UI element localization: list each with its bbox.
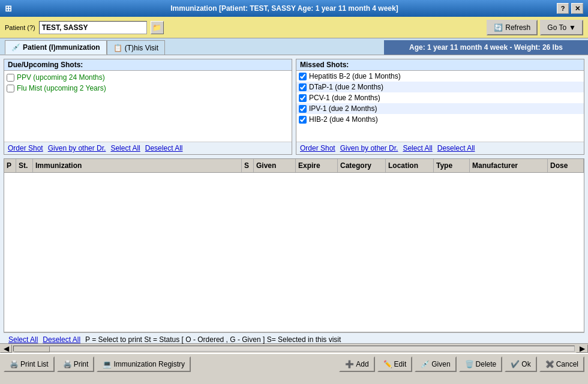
- patient-field[interactable]: [39, 21, 147, 34]
- tab-this-visit[interactable]: 📋 (T)his Visit: [107, 40, 165, 55]
- due-select-all-link[interactable]: Select All: [110, 144, 140, 152]
- due-deselect-all-link[interactable]: Deselect All: [145, 144, 183, 152]
- folder-icon: 📁: [152, 23, 161, 32]
- col-header-type: Type: [434, 159, 470, 172]
- ok-button[interactable]: ✔️ Ok: [505, 356, 536, 372]
- tabs-row: 💉 Patient (I)mmunization 📋 (T)his Visit …: [0, 38, 588, 55]
- missed-shot-checkbox-0[interactable]: [299, 73, 307, 80]
- missed-order-shot-link[interactable]: Order Shot: [300, 144, 335, 152]
- due-shots-panel: Due/Upcoming Shots: PPV (upcoming 24 Mon…: [4, 59, 292, 155]
- missed-shot-checkbox-2[interactable]: [299, 94, 307, 102]
- missed-select-all-link[interactable]: Select All: [403, 144, 432, 152]
- due-shot-checkbox-1[interactable]: [7, 85, 14, 92]
- close-button[interactable]: ✕: [571, 3, 583, 14]
- col-header-manufacturer: Manufacturer: [470, 159, 548, 172]
- col-header-immunization: Immunization: [33, 159, 242, 172]
- goto-button[interactable]: Go To ▼: [540, 20, 583, 35]
- delete-icon: 🗑️: [465, 360, 474, 368]
- missed-shots-footer: Order Shot Given by other Dr. Select All…: [296, 142, 584, 154]
- legend-select-all-link[interactable]: Select All: [8, 335, 38, 344]
- table-body[interactable]: [4, 173, 584, 323]
- given-icon: 💉: [421, 360, 430, 368]
- due-order-shot-link[interactable]: Order Shot: [8, 144, 43, 152]
- refresh-button[interactable]: 🔄 Refresh: [487, 20, 538, 35]
- add-button[interactable]: ➕ Add: [339, 356, 374, 372]
- title-bar: ⊞ Immunization [Patient: TEST, SASSY Age…: [0, 0, 588, 17]
- col-header-category: Category: [338, 159, 386, 172]
- missed-given-other-link[interactable]: Given by other Dr.: [340, 144, 398, 152]
- legend-text: P = Select to print St = Status [ O - Or…: [85, 335, 341, 344]
- footer: 🖨️ Print List 🖨️ Print 💻 Immunization Re…: [0, 353, 588, 374]
- due-given-other-link[interactable]: Given by other Dr.: [48, 144, 106, 152]
- col-header-expire: Expire: [296, 159, 338, 172]
- ok-icon: ✔️: [511, 360, 520, 368]
- scroll-right-button[interactable]: ▶: [576, 344, 588, 353]
- table-header-row: P St. Immunization S Given Expire Catego…: [4, 159, 584, 173]
- patient-label: Patient (?): [5, 24, 35, 31]
- scroll-thumb[interactable]: [14, 346, 50, 352]
- horizontal-scrollbar[interactable]: ◀ ▶: [0, 343, 588, 353]
- missed-shots-panel: Missed Shots: Hepatitis B-2 (due 1 Month…: [296, 59, 584, 155]
- print-list-button[interactable]: 🖨️ Print List: [4, 356, 55, 372]
- immunization-registry-button[interactable]: 💻 Immunization Registry: [97, 356, 191, 372]
- tab-patient-immunization[interactable]: 💉 Patient (I)mmunization: [5, 40, 107, 55]
- due-shot-item: PPV (upcoming 24 Months): [7, 72, 289, 83]
- missed-deselect-all-link[interactable]: Deselect All: [437, 144, 475, 152]
- missed-shot-item-0: Hepatitis B-2 (due 1 Months): [296, 71, 584, 82]
- missed-shots-list[interactable]: Hepatitis B-2 (due 1 Months) DTaP-1 (due…: [296, 71, 584, 142]
- edit-icon: ✏️: [383, 360, 392, 368]
- print-button[interactable]: 🖨️ Print: [57, 356, 95, 372]
- toolbar: Patient (?) 📁 🔄 Refresh Go To ▼: [0, 17, 588, 38]
- app-icon: ⊞: [5, 4, 12, 13]
- print-list-icon: 🖨️: [10, 360, 19, 368]
- add-icon: ➕: [345, 360, 354, 368]
- due-shots-footer: Order Shot Given by other Dr. Select All…: [4, 142, 292, 154]
- immunization-table: P St. Immunization S Given Expire Catego…: [4, 158, 584, 332]
- main-content: Due/Upcoming Shots: PPV (upcoming 24 Mon…: [0, 55, 588, 343]
- tab-icon-immunization: 💉: [11, 43, 20, 52]
- missed-shot-item-4: HIB-2 (due 4 Months): [296, 114, 584, 125]
- missed-shot-checkbox-1[interactable]: [299, 83, 307, 91]
- due-shot-item: Flu Mist (upcoming 2 Years): [7, 83, 289, 94]
- dropdown-arrow-icon: ▼: [569, 23, 576, 32]
- col-header-given: Given: [254, 159, 296, 172]
- title-text: Immunization [Patient: TEST, SASSY Age: …: [170, 4, 398, 13]
- col-header-location: Location: [386, 159, 434, 172]
- missed-shot-item-1: DTaP-1 (due 2 Months): [296, 82, 584, 92]
- shots-row: Due/Upcoming Shots: PPV (upcoming 24 Mon…: [4, 59, 584, 155]
- due-shot-checkbox-0[interactable]: [7, 74, 14, 82]
- missed-shot-checkbox-3[interactable]: [299, 105, 307, 113]
- edit-button[interactable]: ✏️ Edit: [377, 356, 413, 372]
- col-header-p: P: [4, 159, 16, 172]
- col-header-s: S: [242, 159, 254, 172]
- refresh-icon: 🔄: [494, 23, 503, 32]
- missed-shots-header: Missed Shots:: [296, 59, 584, 71]
- help-button[interactable]: ?: [557, 3, 569, 14]
- due-shots-header: Due/Upcoming Shots:: [4, 59, 292, 71]
- given-button[interactable]: 💉 Given: [415, 356, 456, 372]
- col-header-dose: Dose: [548, 159, 584, 172]
- cancel-icon: ✖️: [545, 360, 554, 368]
- missed-shot-item-2: PCV-1 (due 2 Months): [296, 92, 584, 103]
- cancel-button[interactable]: ✖️ Cancel: [539, 356, 584, 372]
- missed-shot-item-3: IPV-1 (due 2 Months): [296, 103, 584, 114]
- patient-icon-button[interactable]: 📁: [151, 21, 164, 34]
- delete-button[interactable]: 🗑️ Delete: [459, 356, 503, 372]
- due-shots-list: PPV (upcoming 24 Months) Flu Mist (upcom…: [4, 71, 292, 142]
- scroll-track: [13, 346, 575, 352]
- print-icon: 🖨️: [63, 360, 72, 368]
- scroll-left-button[interactable]: ◀: [0, 344, 12, 353]
- legend-deselect-all-link[interactable]: Deselect All: [43, 335, 80, 344]
- tab-icon-visit: 📋: [113, 44, 122, 52]
- registry-icon: 💻: [103, 360, 112, 368]
- age-weight-banner: Age: 1 year 11 month 4 week - Weight: 26…: [384, 40, 588, 55]
- col-header-st: St.: [16, 159, 33, 172]
- missed-shot-checkbox-4[interactable]: [299, 116, 307, 124]
